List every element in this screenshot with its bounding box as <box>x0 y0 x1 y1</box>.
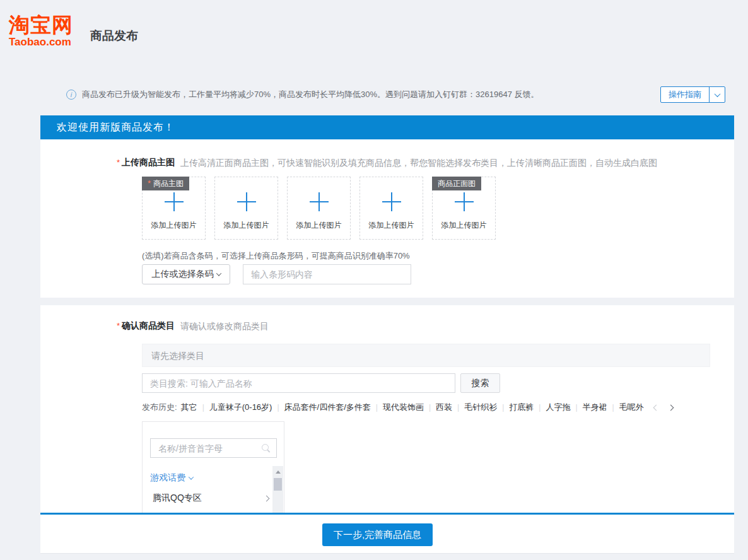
history-separator: | <box>575 403 577 412</box>
history-item[interactable]: 儿童袜子(0-16岁) <box>209 402 272 413</box>
add-image-label: 添加上传图片 <box>441 220 487 231</box>
guide-button[interactable]: 操作指南 <box>660 86 725 103</box>
plus-icon <box>310 192 329 211</box>
category-search-button[interactable]: 搜索 <box>460 373 500 393</box>
main-image-tag: * 商品主图 <box>142 177 189 190</box>
history-separator: | <box>502 403 504 412</box>
add-image-label: 添加上传图片 <box>224 220 269 231</box>
upload-slot-4[interactable]: 添加上传图片 <box>359 177 423 240</box>
category-section-label: 确认商品类目 <box>122 320 175 330</box>
add-image-label: 添加上传图片 <box>296 220 342 231</box>
upload-main-image-section: *上传商品主图 上传高清正面商品主图，可快速智能识别及填充商品信息，帮您智能选择… <box>40 139 734 298</box>
category-section-label-wrap: *确认商品类目 <box>40 320 175 332</box>
welcome-banner-text: 欢迎使用新版商品发布！ <box>57 121 175 134</box>
chevron-down-icon <box>714 91 720 97</box>
history-separator: | <box>376 403 378 412</box>
taobao-logo-cn: 淘宝网 <box>9 14 91 37</box>
history-separator: | <box>612 403 614 412</box>
history-separator: | <box>202 403 204 412</box>
picker-filter-box <box>150 438 277 458</box>
publish-history-label: 发布历史: <box>142 402 177 413</box>
info-icon: i <box>66 90 76 100</box>
add-image-label: 添加上传图片 <box>151 220 197 231</box>
history-item[interactable]: 西装 <box>436 402 452 413</box>
history-item[interactable]: 打底裤 <box>509 402 534 413</box>
history-item[interactable]: 毛针织衫 <box>464 402 497 413</box>
guide-dropdown-toggle[interactable] <box>709 87 725 102</box>
upload-slot-3[interactable]: 添加上传图片 <box>287 177 351 240</box>
upload-slot-front[interactable]: 商品正面图 添加上传图片 <box>432 177 496 240</box>
category-search-row: 搜索 <box>142 373 500 393</box>
notice-bar: i 商品发布已升级为智能发布，工作量平均将减少70%，商品发布时长平均降低30%… <box>40 84 734 105</box>
barcode-select-button[interactable]: 上传或选择条码 <box>142 264 230 284</box>
category-group-game[interactable]: 游戏话费 <box>150 472 193 484</box>
history-item[interactable]: 半身裙 <box>583 402 607 413</box>
barcode-select-button-label: 上传或选择条码 <box>152 269 214 280</box>
upload-section-description: 上传高清正面商品主图，可快速智能识别及填充商品信息，帮您智能选择发布类目，上传清… <box>180 158 657 169</box>
chevron-right-icon <box>264 495 270 501</box>
add-image-label: 添加上传图片 <box>369 220 414 231</box>
history-separator: | <box>277 403 279 412</box>
search-icon <box>261 443 271 453</box>
upload-slot-list: * 商品主图 添加上传图片 添加上传图片 添加上传图片 添加上传图片 商品正 <box>142 177 505 240</box>
history-item[interactable]: 其它 <box>181 402 197 413</box>
history-nav <box>654 405 673 410</box>
upload-section-label-wrap: *上传商品主图 <box>40 157 175 168</box>
front-image-tag-label: 商品正面图 <box>438 177 476 190</box>
triangle-up-icon <box>276 470 281 474</box>
history-item[interactable]: 毛呢外 <box>619 402 644 413</box>
category-group-label: 游戏话费 <box>150 472 185 484</box>
barcode-input[interactable] <box>243 264 411 284</box>
category-item-label: 腾讯QQ专区 <box>153 493 202 504</box>
scroll-up-button[interactable] <box>272 466 283 477</box>
chevron-down-icon <box>189 474 194 479</box>
notice-text: 商品发布已升级为智能发布，工作量平均将减少70%，商品发布时长平均降低30%。遇… <box>82 89 539 100</box>
history-item[interactable]: 现代装饰画 <box>383 402 424 413</box>
next-step-button[interactable]: 下一步,完善商品信息 <box>322 523 433 546</box>
scroll-thumb[interactable] <box>274 478 282 491</box>
publish-history: 发布历史: 其它| 儿童袜子(0-16岁)| 床品套件/四件套/多件套| 现代装… <box>142 401 673 414</box>
required-asterisk: * <box>117 321 120 330</box>
chevron-left-icon[interactable] <box>653 404 659 411</box>
history-item[interactable]: 人字拖 <box>546 402 570 413</box>
history-item[interactable]: 床品套件/四件套/多件套 <box>284 402 371 413</box>
plus-icon <box>237 192 256 211</box>
picker-filter-input[interactable] <box>158 443 261 453</box>
upload-section-label: 上传商品主图 <box>122 157 175 167</box>
guide-button-label[interactable]: 操作指南 <box>661 87 709 102</box>
history-separator: | <box>539 403 541 412</box>
category-search-input[interactable] <box>142 373 455 393</box>
plus-icon <box>165 192 184 211</box>
required-asterisk: * <box>148 177 151 190</box>
plus-icon <box>455 192 474 211</box>
upload-slot-2[interactable]: 添加上传图片 <box>214 177 278 240</box>
history-separator: | <box>457 403 459 412</box>
upload-slot-main[interactable]: * 商品主图 添加上传图片 <box>142 177 206 240</box>
page-title: 商品发布 <box>90 28 138 44</box>
confirm-category-section: *确认商品类目 请确认或修改商品类目 搜索 发布历史: 其它| 儿童袜子(0-1… <box>40 305 734 513</box>
category-section-description: 请确认或修改商品类目 <box>180 321 269 332</box>
main-image-tag-label: 商品主图 <box>153 177 184 190</box>
history-separator: | <box>429 403 431 412</box>
required-asterisk: * <box>117 158 120 167</box>
chevron-down-icon <box>216 271 221 276</box>
barcode-note: (选填)若商品含条码，可选择上传商品条形码，可提高商品识别准确率70% <box>142 250 410 262</box>
selected-category-input[interactable] <box>142 344 710 367</box>
barcode-row: 上传或选择条码 <box>142 264 411 284</box>
chevron-right-icon[interactable] <box>667 404 674 411</box>
category-item-qq[interactable]: 腾讯QQ专区 <box>153 493 269 504</box>
plus-icon <box>382 192 401 211</box>
product-publish-page: 淘宝网 Taobao.com 商品发布 i 商品发布已升级为智能发布，工作量平均… <box>0 0 748 560</box>
welcome-banner: 欢迎使用新版商品发布！ <box>40 115 734 139</box>
footer-bar: 下一步,完善商品信息 <box>40 513 734 554</box>
taobao-logo-en: Taobao.com <box>9 37 91 48</box>
taobao-logo[interactable]: 淘宝网 Taobao.com <box>9 14 91 48</box>
front-image-tag: 商品正面图 <box>432 177 481 190</box>
